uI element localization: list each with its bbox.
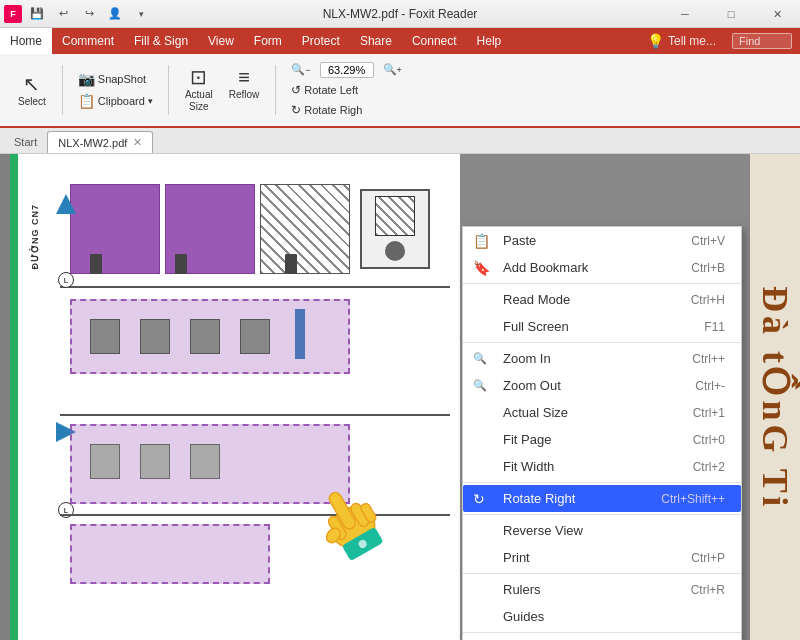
close-button[interactable]: ✕ xyxy=(754,0,800,28)
cm-readmode[interactable]: Read Mode Ctrl+H xyxy=(463,286,741,313)
undo-button[interactable]: ↩ xyxy=(52,4,74,24)
street-label: ĐƯỜNG CN7 xyxy=(30,204,40,270)
dropdown-arrow[interactable]: ▾ xyxy=(130,4,152,24)
cm-sep-4 xyxy=(463,514,741,515)
vehicle-3 xyxy=(190,319,220,354)
parking-rect-1 xyxy=(70,184,160,274)
cm-bookmark[interactable]: 🔖 Add Bookmark Ctrl+B xyxy=(463,254,741,281)
select-tool-button[interactable]: ↖ Select xyxy=(12,71,52,110)
zoom-input[interactable]: 63.29% xyxy=(320,62,374,78)
tell-me-area: 💡 Tell me... xyxy=(639,28,724,54)
cm-print[interactable]: Print Ctrl+P xyxy=(463,544,741,571)
app-icon: F xyxy=(4,5,22,23)
minimize-button[interactable]: ─ xyxy=(662,0,708,28)
bookmark-icon: 🔖 xyxy=(473,260,490,276)
cm-sep-3 xyxy=(463,482,741,483)
zoomin-icon: 🔍 xyxy=(473,352,487,365)
clipboard-button[interactable]: 📋 Clipboard ▾ xyxy=(73,91,158,111)
cm-bookmark-shortcut: Ctrl+B xyxy=(691,261,725,275)
cm-fitwidth-shortcut: Ctrl+2 xyxy=(693,460,725,474)
paste-icon: 📋 xyxy=(473,233,490,249)
zoom-out-icon: 🔍− xyxy=(291,63,310,76)
cm-fullscreen-shortcut: F11 xyxy=(704,320,725,334)
actual-size-button[interactable]: ⊡ ActualSize xyxy=(179,64,219,116)
car-r3-2 xyxy=(140,444,170,479)
menu-help[interactable]: Help xyxy=(467,28,512,54)
cm-sep-1 xyxy=(463,283,741,284)
cm-hidenav[interactable]: Hide Navigation Panels F4 xyxy=(463,635,741,640)
cm-print-shortcut: Ctrl+P xyxy=(691,551,725,565)
car-r3-1 xyxy=(90,444,120,479)
cm-zoomout-label: Zoom Out xyxy=(503,378,561,393)
cm-zoomout[interactable]: 🔍 Zoom Out Ctrl+- xyxy=(463,372,741,399)
reflow-label: Reflow xyxy=(229,89,260,100)
menu-form[interactable]: Form xyxy=(244,28,292,54)
divider-line-3 xyxy=(60,514,450,516)
cm-fitpage[interactable]: Fit Page Ctrl+0 xyxy=(463,426,741,453)
maximize-button[interactable]: □ xyxy=(708,0,754,28)
user-button[interactable]: 👤 xyxy=(104,4,126,24)
cm-fullscreen[interactable]: Full Screen F11 xyxy=(463,313,741,340)
cm-sep-5 xyxy=(463,573,741,574)
cm-paste-shortcut: Ctrl+V xyxy=(691,234,725,248)
cm-print-label: Print xyxy=(503,550,530,565)
menu-share[interactable]: Share xyxy=(350,28,402,54)
cm-sep-2 xyxy=(463,342,741,343)
cm-fitpage-shortcut: Ctrl+0 xyxy=(693,433,725,447)
green-bar xyxy=(10,154,18,640)
redo-button[interactable]: ↪ xyxy=(78,4,100,24)
snapshot-button[interactable]: 📷 SnapShot xyxy=(73,69,158,89)
zoom-in-button[interactable]: 🔍+ xyxy=(378,61,407,78)
cm-actualsize[interactable]: Actual Size Ctrl+1 xyxy=(463,399,741,426)
cm-rulers-shortcut: Ctrl+R xyxy=(691,583,725,597)
cm-reverseview-label: Reverse View xyxy=(503,523,583,538)
reflow-button[interactable]: ≡ Reflow xyxy=(223,64,266,116)
rotateright-icon: ↻ xyxy=(473,491,485,507)
car-r3-3 xyxy=(190,444,220,479)
menu-comment[interactable]: Comment xyxy=(52,28,124,54)
menu-home[interactable]: Home xyxy=(0,28,52,54)
rotate-right-button[interactable]: ↻ Rotate Righ xyxy=(286,101,407,119)
start-tab[interactable]: Start xyxy=(4,131,47,153)
main-area: ĐƯỜNG CN7 xyxy=(0,154,800,640)
rotate-right-icon: ↻ xyxy=(291,103,301,117)
cm-zoomin[interactable]: 🔍 Zoom In Ctrl++ xyxy=(463,345,741,372)
divider-line xyxy=(60,286,450,288)
hatched-rect xyxy=(260,184,350,274)
cm-readmode-label: Read Mode xyxy=(503,292,570,307)
menu-fill-sign[interactable]: Fill & Sign xyxy=(124,28,198,54)
menu-view[interactable]: View xyxy=(198,28,244,54)
zoom-in-icon: 🔍+ xyxy=(383,63,402,76)
zoom-out-button[interactable]: 🔍− xyxy=(286,61,315,78)
pdf-viewer[interactable]: ĐƯỜNG CN7 xyxy=(0,154,750,640)
select-label: Select xyxy=(18,96,46,107)
menu-connect[interactable]: Connect xyxy=(402,28,467,54)
rotate-left-icon: ↺ xyxy=(291,83,301,97)
cm-fitpage-label: Fit Page xyxy=(503,432,551,447)
clipboard-label: Clipboard xyxy=(98,95,145,107)
menu-bar: Home Comment Fill & Sign View Form Prote… xyxy=(0,28,800,54)
cm-paste[interactable]: 📋 Paste Ctrl+V xyxy=(463,227,741,254)
cm-guides-label: Guides xyxy=(503,609,544,624)
document-tab[interactable]: NLX-MW2.pdf ✕ xyxy=(47,131,153,153)
rotate-left-label: Rotate Left xyxy=(304,84,358,96)
close-tab-icon[interactable]: ✕ xyxy=(133,136,142,149)
cm-reverseview[interactable]: Reverse View xyxy=(463,517,741,544)
right-decorative-panel: Đà tỒnG Ti xyxy=(750,154,800,640)
save-button[interactable]: 💾 xyxy=(26,4,48,24)
zoom-value: 63.29% xyxy=(328,64,365,76)
cm-rulers[interactable]: Rulers Ctrl+R xyxy=(463,576,741,603)
cm-bookmark-label: Add Bookmark xyxy=(503,260,588,275)
find-input[interactable]: Find xyxy=(732,33,792,49)
title-bar: F 💾 ↩ ↪ 👤 ▾ NLX-MW2.pdf - Foxit Reader ─… xyxy=(0,0,800,28)
cm-guides[interactable]: Guides xyxy=(463,603,741,630)
car-2 xyxy=(175,254,187,274)
rotate-left-button[interactable]: ↺ Rotate Left xyxy=(286,81,407,99)
window-controls: ─ □ ✕ xyxy=(662,0,800,28)
cm-fitwidth[interactable]: Fit Width Ctrl+2 xyxy=(463,453,741,480)
cm-rotateright[interactable]: ↻ Rotate Right Ctrl+Shift++ xyxy=(463,485,741,512)
cm-paste-label: Paste xyxy=(503,233,536,248)
menu-protect[interactable]: Protect xyxy=(292,28,350,54)
cm-rotateright-shortcut: Ctrl+Shift++ xyxy=(661,492,725,506)
vehicle-1 xyxy=(90,319,120,354)
